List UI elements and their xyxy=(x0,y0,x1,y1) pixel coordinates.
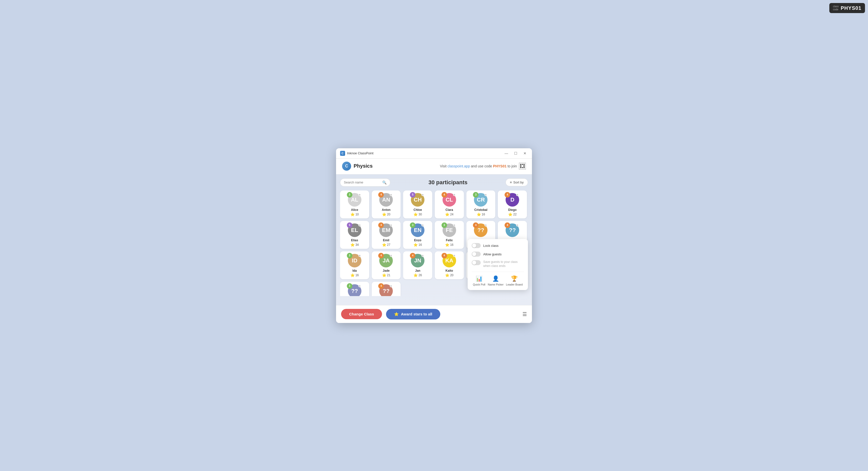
info-text: Visit xyxy=(440,164,446,168)
status-dot xyxy=(422,224,424,227)
avatar: 4JN xyxy=(411,254,425,267)
avatar: 3FE xyxy=(442,224,456,237)
table-row[interactable]: 3???⭐22 xyxy=(340,282,369,296)
table-row[interactable]: 5CHChloe⭐30 xyxy=(403,190,432,218)
app-name: Inknoe ClassPoint xyxy=(347,151,373,155)
participant-stars: ⭐27 xyxy=(374,243,399,247)
change-class-button[interactable]: Change Class xyxy=(341,309,382,319)
participant-stars: ⭐16 xyxy=(437,243,462,247)
app-header: C Physics Visit classpoint.app and use c… xyxy=(336,158,532,174)
participant-stars: ⭐30 xyxy=(405,212,430,216)
star-count: 21 xyxy=(387,273,390,277)
participant-stars: ⭐24 xyxy=(437,212,462,216)
maximize-button[interactable]: ☐ xyxy=(513,151,519,156)
leader-board-label: Leader Board xyxy=(506,283,523,286)
class-code-link[interactable]: PHYS01 xyxy=(493,164,506,168)
leader-board-icon: 🏆 xyxy=(511,275,518,282)
lock-class-toggle[interactable] xyxy=(472,243,481,248)
table-row[interactable]: 3FEFelix⭐16 xyxy=(435,221,464,249)
table-row[interactable]: 4???⭐17 xyxy=(372,282,401,296)
join-info: Visit classpoint.app and use code PHYS01… xyxy=(440,164,517,168)
participant-name: Jade xyxy=(374,269,399,272)
rank-badge: 4 xyxy=(378,223,384,228)
award-stars-button[interactable]: ⭐ Award stars to all xyxy=(386,309,440,319)
popup-divider xyxy=(472,272,524,272)
star-count: 34 xyxy=(355,243,359,246)
rank-badge: 4 xyxy=(378,253,384,258)
avatar: 4D xyxy=(505,193,519,207)
status-dot xyxy=(485,224,487,227)
rank-badge: 3 xyxy=(410,223,415,228)
star-icon: ⭐ xyxy=(445,273,449,277)
star-icon: ⭐ xyxy=(350,273,354,277)
menu-button[interactable]: ☰ xyxy=(522,311,527,317)
table-row[interactable]: 4JNJan⭐26 xyxy=(403,251,432,279)
avatar: 4EM xyxy=(379,224,393,237)
sort-button[interactable]: ≡ Sort by xyxy=(505,178,528,186)
table-row[interactable]: 4ANAnton⭐20 xyxy=(372,190,401,218)
star-count: 24 xyxy=(450,213,453,216)
star-count: 22 xyxy=(513,213,516,216)
leader-board-button[interactable]: 🏆 Leader Board xyxy=(506,275,523,286)
search-icon: 🔍 xyxy=(382,180,386,184)
star-count: 20 xyxy=(450,273,453,277)
avatar: 3EN xyxy=(411,224,425,237)
rank-badge: 4 xyxy=(441,253,447,258)
table-row[interactable]: 3ENEnzo⭐16 xyxy=(403,221,432,249)
save-guests-toggle[interactable] xyxy=(472,260,481,265)
rank-badge: 4 xyxy=(378,192,384,198)
allow-guests-toggle[interactable] xyxy=(472,252,481,257)
rank-badge: 3 xyxy=(347,283,352,289)
status-dot xyxy=(453,224,456,227)
search-box[interactable]: 🔍 xyxy=(340,178,390,186)
quick-poll-button[interactable]: 📊 Quick Poll xyxy=(473,275,486,286)
sort-icon: ≡ xyxy=(510,180,512,184)
star-count: 16 xyxy=(450,243,453,246)
table-row[interactable]: 3IDIda⭐16 xyxy=(340,251,369,279)
avatar: 4?? xyxy=(505,224,519,237)
classpoint-url[interactable]: classpoint.app xyxy=(447,164,470,168)
avatar: 4CL xyxy=(442,193,456,207)
close-button[interactable]: ✕ xyxy=(522,151,528,156)
title-bar-left: C Inknoe ClassPoint xyxy=(340,151,373,156)
table-row[interactable]: 5ELElias⭐34 xyxy=(340,221,369,249)
table-row[interactable]: 4JAJade⭐21 xyxy=(372,251,401,279)
participant-stars: ⭐21 xyxy=(374,273,399,277)
search-input[interactable] xyxy=(344,180,380,184)
table-row[interactable]: 3CRCristobal⭐16 xyxy=(466,190,496,218)
award-stars-label: Award stars to all xyxy=(401,312,432,316)
name-picker-button[interactable]: 👤 Name Picker xyxy=(488,275,503,286)
status-dot xyxy=(422,254,424,257)
star-count: 27 xyxy=(387,243,390,246)
minimize-button[interactable]: — xyxy=(503,151,509,156)
info-text2: and use code xyxy=(471,164,492,168)
table-row[interactable]: 4DDiego⭐22 xyxy=(498,190,527,218)
class-code-badge: classcode PHYS01 xyxy=(829,3,865,13)
participant-name: Ida xyxy=(342,269,367,272)
participant-name: Diego xyxy=(500,208,525,212)
status-dot xyxy=(453,194,456,196)
table-row[interactable]: 4CLClara⭐24 xyxy=(435,190,464,218)
participant-stars: ⭐16 xyxy=(468,212,494,216)
lock-class-label: Lock class xyxy=(483,244,499,247)
rank-badge: 3 xyxy=(473,192,478,198)
star-icon: ⭐ xyxy=(413,273,418,277)
status-dot xyxy=(390,224,392,227)
rank-badge: 4 xyxy=(504,192,510,198)
participant-name: Alice xyxy=(342,208,367,212)
rank-badge: 4 xyxy=(410,253,415,258)
top-bar: 🔍 30 participants ≡ Sort by xyxy=(340,178,528,186)
status-dot xyxy=(390,194,392,196)
status-dot xyxy=(422,194,424,196)
avatar: 4JA xyxy=(379,254,393,267)
avatar: 3?? xyxy=(348,284,362,296)
class-name: Physics xyxy=(353,163,373,169)
table-row[interactable]: 3ALAlice⭐10 xyxy=(340,190,369,218)
rank-badge: 3 xyxy=(347,253,352,258)
bottom-bar: Change Class ⭐ Award stars to all ☰ xyxy=(336,305,532,323)
avatar: 4?? xyxy=(379,284,393,296)
table-row[interactable]: 4KAKaito⭐20 xyxy=(435,251,464,279)
table-row[interactable]: 4EMEmil⭐27 xyxy=(372,221,401,249)
status-dot xyxy=(359,224,361,227)
qr-code-button[interactable] xyxy=(519,163,526,170)
